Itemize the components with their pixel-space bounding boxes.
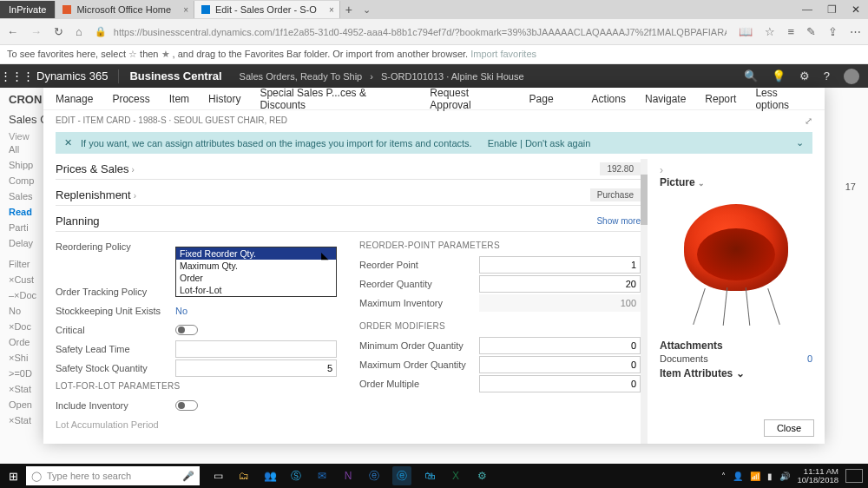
start-button[interactable]: ⊞ <box>0 470 26 483</box>
favorite-star-icon[interactable]: ☆ <box>765 25 775 38</box>
file-explorer-icon[interactable]: 🗂 <box>236 468 252 484</box>
factbox-next-icon[interactable]: › <box>660 164 812 176</box>
tab-sales-order[interactable]: Edit - Sales Order - S-O× <box>194 1 340 18</box>
task-view-icon[interactable]: ▭ <box>210 468 226 484</box>
include-inventory-toggle[interactable] <box>175 400 198 411</box>
clock[interactable]: 11:11 AM 10/18/2018 <box>797 467 838 485</box>
option-order[interactable]: Order <box>176 272 336 284</box>
breadcrumb-2[interactable]: S-ORD101013 · Alpine Ski House <box>381 71 523 82</box>
search-icon[interactable]: 🔍 <box>744 69 758 82</box>
show-more-link[interactable]: Show more <box>596 216 641 226</box>
option-lot-for-lot[interactable]: Lot-for-Lot <box>176 284 336 296</box>
section-planning[interactable]: Planning <box>56 214 100 228</box>
settings-gear-icon[interactable]: ⚙ <box>799 69 810 82</box>
onenote-icon[interactable]: N <box>340 468 356 484</box>
notifications-icon[interactable]: 💡 <box>772 69 786 82</box>
wifi-icon[interactable]: 📶 <box>750 472 760 481</box>
menu-item[interactable]: Item <box>169 93 189 105</box>
edge-icon[interactable]: ⓔ <box>392 466 411 485</box>
window-minimize-button[interactable]: — <box>795 3 819 16</box>
battery-icon[interactable]: ▮ <box>767 472 773 481</box>
new-tab-button[interactable]: + <box>340 3 358 16</box>
menu-history[interactable]: History <box>208 93 240 105</box>
order-multiple-input[interactable] <box>479 375 641 392</box>
back-button[interactable]: ← <box>7 25 18 38</box>
section-prices-sales[interactable]: Prices & Sales› <box>56 162 135 175</box>
close-button[interactable]: Close <box>764 419 814 437</box>
close-icon[interactable]: × <box>183 5 188 15</box>
tray-chevron-up-icon[interactable]: ˄ <box>721 472 726 481</box>
home-button[interactable]: ⌂ <box>76 25 82 38</box>
chevron-down-icon[interactable]: ⌄ <box>698 179 705 188</box>
attachments-header[interactable]: Attachments <box>660 340 812 352</box>
collapse-icon[interactable]: ⤢ <box>805 115 812 127</box>
section-replenishment[interactable]: Replenishment› <box>56 188 136 201</box>
brand-label[interactable]: Dynamics 365 <box>26 69 118 82</box>
window-close-button[interactable]: ✕ <box>844 3 868 16</box>
reorder-point-input[interactable] <box>479 256 641 274</box>
menu-special[interactable]: Special Sales P...ces & Discounts <box>260 87 411 111</box>
favorites-list-icon[interactable]: ≡ <box>787 25 794 38</box>
min-order-qty-input[interactable] <box>479 337 641 354</box>
menu-less-options[interactable]: Less options <box>755 87 812 111</box>
notes-icon[interactable]: ✎ <box>806 25 816 38</box>
replen-badge: Purchase <box>590 188 641 201</box>
info-enable-link[interactable]: Enable <box>488 138 517 148</box>
documents-count[interactable]: 0 <box>807 353 812 364</box>
skype-icon[interactable]: Ⓢ <box>288 468 304 484</box>
taskbar-search[interactable]: ◯ Type here to search 🎤 <box>26 466 200 485</box>
option-maximum-qty[interactable]: Maximum Qty. <box>176 260 336 272</box>
menu-manage[interactable]: Manage <box>56 93 93 105</box>
info-dismiss-icon[interactable]: ✕ <box>64 137 72 148</box>
item-attributes-header[interactable]: Item Attributes ⌄ <box>660 367 812 379</box>
breadcrumb-1[interactable]: Sales Orders, Ready To Ship <box>240 71 363 82</box>
window-restore-button[interactable]: ❐ <box>819 3 844 16</box>
menu-process[interactable]: Process <box>112 93 149 105</box>
app-name[interactable]: Business Central <box>119 69 232 82</box>
close-icon[interactable]: × <box>329 5 334 15</box>
menu-actions[interactable]: Actions <box>592 93 626 105</box>
critical-toggle[interactable] <box>175 325 198 335</box>
store-icon[interactable]: 🛍 <box>422 468 437 484</box>
info-dont-ask-link[interactable]: Don't ask again <box>525 138 590 148</box>
tab-office[interactable]: Microsoft Office Home× <box>56 1 194 18</box>
settings-more-icon[interactable]: ⋯ <box>850 25 861 38</box>
user-avatar[interactable] <box>844 69 859 84</box>
excel-icon[interactable]: X <box>448 468 464 484</box>
refresh-button[interactable]: ↻ <box>54 25 63 38</box>
chevron-down-icon[interactable]: ⌄ <box>796 137 804 148</box>
action-center-icon[interactable] <box>845 469 863 483</box>
tab-overflow-icon[interactable]: ⌄ <box>358 4 376 16</box>
scrollbar-thumb[interactable] <box>641 175 648 225</box>
menu-page[interactable]: Page <box>529 93 554 105</box>
menu-navigate[interactable]: Navigate <box>645 93 686 105</box>
content-scrollbar[interactable] <box>641 159 648 444</box>
menu-request-approval[interactable]: Request Approval <box>430 87 510 111</box>
ie-icon[interactable]: ⓔ <box>366 468 382 484</box>
safety-lead-time-input[interactable] <box>175 340 337 358</box>
reorder-quantity-input[interactable] <box>479 275 641 293</box>
app-launcher-icon[interactable]: ⋮⋮⋮ <box>0 69 26 82</box>
menu-report[interactable]: Report <box>705 93 736 105</box>
star-icon: ☆ <box>128 49 137 59</box>
chevron-down-icon[interactable]: ⌄ <box>736 367 745 379</box>
address-bar[interactable]: 🔒 https://businesscentral.dynamics.com/1… <box>95 26 727 37</box>
picture-header[interactable]: Picture ⌄ <box>660 176 812 188</box>
option-fixed-reorder[interactable]: Fixed Reorder Qty. <box>176 247 336 260</box>
help-icon[interactable]: ? <box>824 69 830 82</box>
forward-button[interactable]: → <box>30 25 42 38</box>
mic-icon[interactable]: 🎤 <box>182 471 194 482</box>
sku-exists-value[interactable]: No <box>175 306 337 316</box>
max-order-qty-input[interactable] <box>479 356 641 373</box>
fav-hint-a: To see favorites here, select <box>7 49 128 59</box>
settings-icon[interactable]: ⚙ <box>474 468 490 484</box>
tab-inprivate[interactable]: InPrivate <box>0 1 56 18</box>
share-icon[interactable]: ⇪ <box>828 25 838 38</box>
outlook-icon[interactable]: ✉ <box>314 468 330 484</box>
volume-icon[interactable]: 🔊 <box>779 472 790 481</box>
safety-stock-input[interactable] <box>175 359 337 377</box>
import-favorites-link[interactable]: Import favorites <box>470 49 536 59</box>
reading-view-icon[interactable]: 📖 <box>739 25 753 38</box>
teams-icon[interactable]: 👥 <box>262 468 278 484</box>
people-icon[interactable]: 👤 <box>733 472 743 481</box>
